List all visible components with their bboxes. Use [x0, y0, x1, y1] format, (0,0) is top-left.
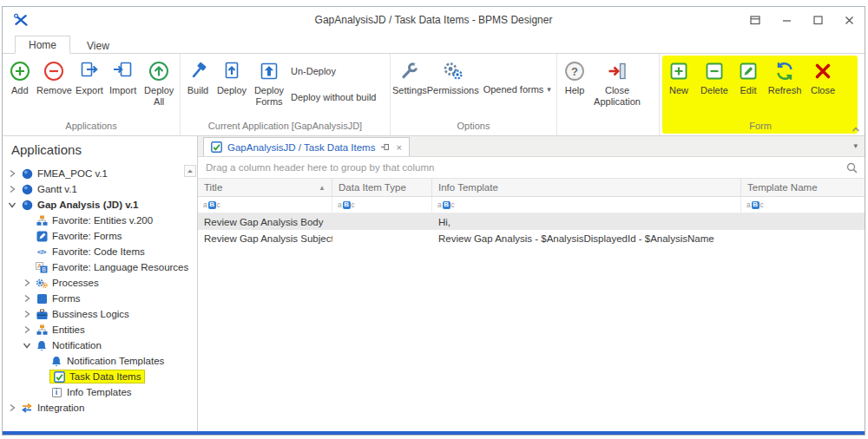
build-button[interactable]: Build	[182, 58, 214, 121]
deploy-button[interactable]: Deploy	[214, 58, 250, 121]
sort-ascending-icon: ▲	[315, 184, 326, 192]
cell-data-item-type[interactable]	[332, 230, 432, 246]
maximize-button[interactable]	[802, 9, 833, 31]
svg-text:?: ?	[571, 65, 578, 78]
chevron-down-icon[interactable]	[7, 200, 16, 209]
scrollbar-up-button[interactable]	[184, 165, 196, 177]
language-icon: AB	[35, 262, 49, 273]
settings-button[interactable]: Settings	[392, 58, 427, 121]
tree-item-notification-templates[interactable]: Notification Templates	[3, 353, 197, 369]
tab-home[interactable]: Home	[15, 36, 70, 54]
close-x-icon	[812, 60, 834, 82]
chevron-right-icon[interactable]	[22, 294, 31, 303]
group-by-panel[interactable]: Drag a column header here to group by th…	[198, 157, 865, 179]
tree-item-processes[interactable]: Processes	[3, 275, 197, 291]
deploy-without-build-button[interactable]: Deploy without build	[291, 92, 376, 102]
cell-info-template[interactable]: Review Gap Analysis - $AnalysisDisplayed…	[432, 230, 741, 246]
add-circle-icon	[9, 60, 31, 82]
remove-circle-icon	[43, 60, 65, 82]
deploy-all-icon	[148, 60, 170, 82]
auto-filter-row: aBc aBc aBc aBc	[198, 197, 865, 213]
group-by-hint: Drag a column header here to group by th…	[206, 162, 434, 173]
tree-item-integration[interactable]: Integration	[3, 400, 197, 416]
deploy-all-button[interactable]: Deploy All	[140, 58, 178, 121]
chevron-right-icon[interactable]	[7, 185, 16, 193]
minimize-button[interactable]	[771, 9, 802, 31]
entities-icon	[35, 324, 49, 336]
filter-cell-template-name[interactable]: aBc	[741, 197, 865, 213]
document-tabstrip: GapAnalysisJD / Task Data Items × ▾	[198, 136, 865, 157]
ribbon-group-options: Settings Permissions Opened forms ▾ Opti…	[391, 54, 557, 135]
chevron-right-icon[interactable]	[7, 403, 16, 412]
button-label: Close Application	[590, 85, 644, 107]
cell-template-name[interactable]	[741, 213, 865, 230]
tree-item-entities[interactable]: Entities	[3, 322, 197, 337]
chevron-right-icon[interactable]	[22, 325, 31, 334]
column-header-template-name[interactable]: Template Name	[741, 179, 865, 196]
close-form-button[interactable]: Close	[806, 58, 840, 121]
column-header-title[interactable]: Title ▲	[198, 179, 332, 196]
search-icon[interactable]	[846, 162, 858, 174]
cell-template-name[interactable]	[741, 230, 865, 246]
opened-forms-dropdown[interactable]: Opened forms ▾	[483, 84, 551, 95]
chevron-right-icon[interactable]	[7, 169, 16, 178]
tree-item-favorite-forms[interactable]: Favorite: Forms	[3, 228, 197, 244]
filter-cell-data-item-type[interactable]: aBc	[332, 197, 432, 213]
tree-item-bussiness-logics[interactable]: Bussiness Logics	[3, 306, 197, 322]
bell-icon	[35, 340, 49, 351]
permissions-button[interactable]: Permissions	[427, 58, 479, 121]
table-row[interactable]: Review Gap Analysis Body Hi,	[198, 213, 865, 230]
gears-icon	[442, 60, 464, 82]
tree-item-fmea-poc[interactable]: FMEA_POC v.1	[3, 166, 197, 181]
cell-title[interactable]: Review Gap Analysis Subject	[198, 230, 332, 246]
column-header-info-template[interactable]: Info Template	[432, 179, 741, 196]
deploy-forms-button[interactable]: Deploy Forms	[250, 58, 288, 121]
tree-item-favorite-entities[interactable]: Favorite: Entities v.200	[3, 213, 197, 228]
tree-item-forms[interactable]: Forms	[3, 291, 197, 306]
add-button[interactable]: Add	[4, 58, 36, 121]
tree-item-notification[interactable]: Notification	[3, 337, 197, 353]
chevron-right-icon[interactable]	[22, 278, 31, 287]
export-button[interactable]: Export	[73, 58, 106, 121]
edit-button[interactable]: Edit	[733, 58, 764, 121]
tree-item-favorite-code-items[interactable]: </> Favorite: Code Items	[3, 244, 197, 259]
tab-list-dropdown-icon[interactable]: ▾	[853, 141, 858, 150]
filter-cell-title[interactable]: aBc	[198, 197, 332, 213]
column-label: Template Name	[747, 182, 818, 193]
grid-empty-area	[198, 246, 865, 431]
document-tab[interactable]: GapAnalysisJD / Task Data Items ×	[203, 137, 410, 156]
pin-icon[interactable]	[380, 142, 391, 152]
chevron-right-icon[interactable]	[22, 310, 31, 318]
cell-title[interactable]: Review Gap Analysis Body	[198, 213, 332, 230]
window-bottom-accent	[3, 431, 865, 435]
export-page-icon	[78, 60, 101, 82]
new-button[interactable]: New	[661, 58, 696, 121]
group-label-current-application: Current Application [GapAnalysisJD]	[181, 121, 390, 135]
layout-icon[interactable]	[740, 9, 771, 31]
filter-cell-info-template[interactable]: aBc	[432, 197, 741, 213]
gears-icon	[35, 278, 49, 289]
delete-button[interactable]: Delete	[696, 58, 733, 121]
import-button[interactable]: Import	[106, 58, 141, 121]
button-label: Delete	[700, 85, 728, 96]
tree-item-info-templates[interactable]: i Info Templates	[3, 384, 197, 400]
tab-view[interactable]: View	[74, 37, 122, 54]
cell-data-item-type[interactable]	[332, 213, 432, 230]
table-row[interactable]: Review Gap Analysis Subject Review Gap A…	[198, 230, 865, 246]
remove-button[interactable]: Remove	[36, 58, 74, 121]
chevron-down-icon[interactable]	[22, 341, 31, 350]
tree-item-gap-analysis[interactable]: Gap Analysis (JD) v.1	[3, 197, 197, 213]
column-header-data-item-type[interactable]: Data Item Type	[332, 179, 432, 196]
refresh-button[interactable]: Refresh	[764, 58, 806, 121]
cell-info-template[interactable]: Hi,	[432, 213, 741, 230]
tree-item-task-data-items[interactable]: Task Data Items	[3, 369, 197, 384]
help-button[interactable]: ? Help	[559, 58, 590, 121]
un-deploy-button[interactable]: Un-Deploy	[291, 66, 376, 76]
tree-item-favorite-language-resources[interactable]: AB Favorite: Language Resources	[3, 259, 197, 275]
close-application-button[interactable]: Close Application	[590, 58, 644, 121]
close-tab-icon[interactable]: ×	[396, 142, 401, 153]
ribbon-group-applications: Add Remove Export Import Deploy All	[3, 54, 181, 135]
tree-item-gantt[interactable]: Gantt v.1	[3, 181, 197, 197]
tree-item-label: Notification	[52, 340, 102, 351]
close-window-button[interactable]	[833, 9, 865, 31]
